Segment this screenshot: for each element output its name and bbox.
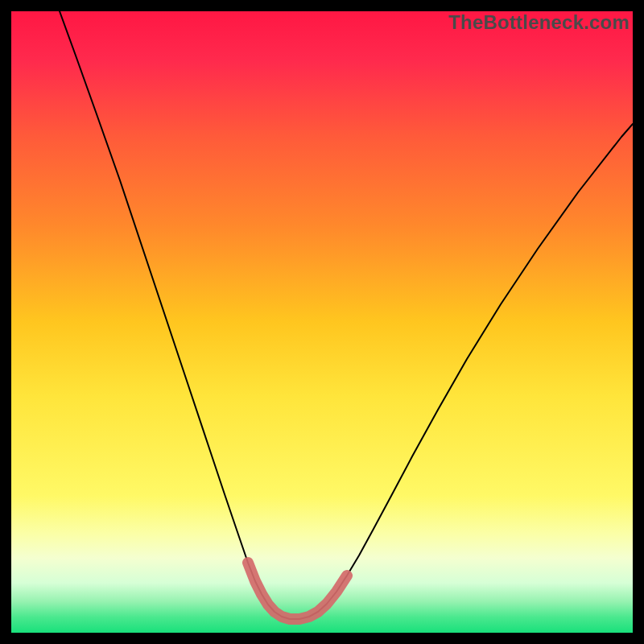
gradient-background bbox=[11, 11, 633, 633]
chart-svg bbox=[11, 11, 633, 633]
plot-area bbox=[11, 11, 633, 633]
watermark-text: TheBottleneck.com bbox=[448, 11, 630, 34]
outer-frame: TheBottleneck.com bbox=[0, 0, 644, 644]
